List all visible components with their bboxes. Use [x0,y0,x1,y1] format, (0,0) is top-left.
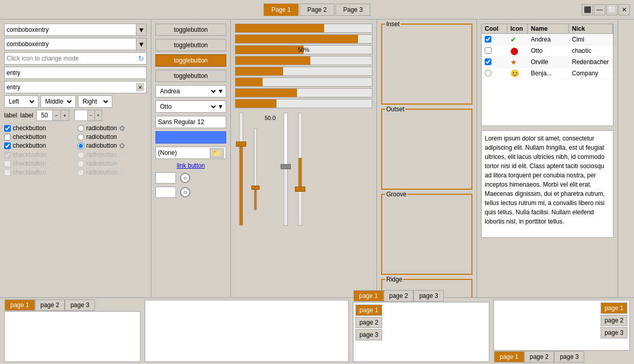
titlebar-tab-3[interactable]: Page 3 [335,4,370,16]
color-bar[interactable] [155,131,226,144]
titlebar-maximize-btn[interactable]: ⬜ [606,4,618,15]
radiobutton-1[interactable]: radiobutton ✿ [77,124,147,132]
nb1-tab-2[interactable]: page 2 [35,299,65,311]
nb3-ltab-2[interactable]: page 2 [355,317,382,328]
cool-checkbox-3[interactable] [485,58,491,65]
switch-toggle-2[interactable]: ○ [180,187,190,197]
vscale-3[interactable] [280,113,292,226]
table-row[interactable]: ✔ Andrea Cimi [482,34,613,45]
combobox1[interactable]: ▼ [4,24,147,36]
checkbox-3[interactable] [4,143,11,149]
text-view[interactable]: Lorem ipsum dolor sit amet, consectetur … [481,130,613,238]
nb3-ltab-3[interactable]: page 3 [355,329,382,340]
dropdown-middle-select[interactable]: MiddleTopBottom [43,97,73,106]
spinbox1-input[interactable] [37,112,52,119]
entry-clear-btn[interactable]: ✕ [136,83,144,91]
scale-spinbox-input[interactable] [75,112,87,119]
table-row[interactable]: 😊 Benja... Company [482,68,613,79]
titlebar-tab-2[interactable]: Page 2 [300,4,334,16]
combo-dropdown-1-select[interactable]: AndreaOttoOrville [158,87,217,95]
entry-mode-input[interactable] [7,55,138,62]
checkbutton-3[interactable]: checkbutton [4,141,73,150]
vscale-4[interactable] [294,113,306,226]
nb1-tab-1[interactable]: page 1 [5,299,35,311]
checkbutton-1[interactable]: checkbutton [4,124,73,132]
checkbox-2[interactable] [4,134,11,140]
cell-icon-2: ⬤ [507,46,528,56]
plain-entry-input[interactable] [7,69,144,76]
dropdown-right[interactable]: RightLeftCenter [78,95,112,108]
dropdown-right-select[interactable]: RightLeftCenter [81,97,110,106]
combo-dropdown-1[interactable]: AndreaOttoOrville ▼ [155,85,226,97]
cool-checkbox-2[interactable] [485,47,491,54]
plain-entry [4,67,147,79]
combobox2-dropdown-btn[interactable]: ▼ [136,38,146,50]
titlebar-minimize-btn[interactable]: — [594,4,605,15]
switch-toggle-1[interactable]: ○ [180,173,190,183]
tree-view[interactable]: Cool Icon Name Nick ✔ Andrea Cimi ⬤ Otto… [481,24,613,126]
radiobutton-2[interactable]: radiobutton [77,133,147,140]
cool-radio-4[interactable] [485,70,491,76]
titlebar-close-btn[interactable]: ✕ [619,4,630,15]
checkbox-1[interactable] [4,125,11,132]
dropdown-row: LeftRightCenter MiddleTopBottom RightLef… [4,95,147,108]
scale-spinbox-minus-btn[interactable]: − [87,110,94,120]
vscale-1[interactable] [235,113,247,226]
combobox1-dropdown-btn[interactable]: ▼ [136,24,146,35]
nb4-btab-1[interactable]: page 1 [494,351,524,362]
entry-clear-input[interactable] [7,84,136,91]
dropdown-left-select[interactable]: LeftRightCenter [7,97,36,106]
notebook-4-right-tabs: page 1 page 2 page 3 [599,300,629,350]
nb3-tab-3[interactable]: page 3 [413,290,444,301]
spinbox1-minus-btn[interactable]: − [52,110,61,120]
vscale-2[interactable] [250,128,261,210]
nb3-ltab-1[interactable]: page 1 [355,305,382,316]
nb4-rtab-2[interactable]: page 2 [601,315,627,326]
toggle-btn-4[interactable]: togglebutton [155,70,226,82]
file-chooser-btn[interactable]: 📁 [210,148,224,158]
radio-3[interactable] [77,143,84,149]
titlebar-icon-btn[interactable]: ⬛ [582,4,593,15]
nb3-tab-1[interactable]: page 1 [353,290,384,301]
frame-groove-label: Groove [385,191,407,198]
scale-spinbox[interactable]: − + [74,110,102,121]
checkbox-6 [4,169,11,176]
table-row[interactable]: ★ Orville Redenbacher [482,56,613,68]
nb3-tab-2[interactable]: page 2 [384,290,414,301]
spinbox1-plus-btn[interactable]: + [61,110,69,120]
table-row[interactable]: ⬤ Otto chaotic [482,45,613,56]
cool-checkbox-1[interactable] [485,36,491,43]
nb1-tab-3[interactable]: page 3 [65,299,95,311]
scale-spinbox-plus-btn[interactable]: + [94,110,102,120]
combo-dropdown-2-select[interactable]: OttoAndrea [158,103,217,111]
combo-dropdown-2[interactable]: OttoAndrea ▼ [155,100,226,113]
titlebar-tab-1[interactable]: Page 1 [264,4,299,16]
nb4-rtab-3[interactable]: page 3 [601,327,627,338]
spinbox1[interactable]: − + [36,110,69,121]
toggle-btn-3[interactable]: togglebutton [155,54,226,67]
nb4-btab-3[interactable]: page 3 [554,351,584,362]
nb4-btab-2[interactable]: page 2 [524,351,554,362]
toggle-btn-1[interactable]: togglebutton [155,24,226,36]
radio-1[interactable] [77,125,84,132]
combobox2[interactable]: ▼ [4,38,147,50]
refresh-icon[interactable]: ↻ [138,54,144,63]
bottom-area: page 1 page 2 page 3 page 1 page 2 page … [0,297,634,364]
spinner-icon-1: ✿ [119,124,125,132]
toggle-btn-2[interactable]: togglebutton [155,39,226,51]
radiobutton-3[interactable]: radiobutton ✿ [77,141,147,150]
dropdown-left[interactable]: LeftRightCenter [4,95,38,108]
cell-cool-1 [482,35,507,44]
combobox2-input[interactable] [5,39,136,49]
radio-4 [77,152,84,158]
radiobutton-3-label: radiobutton [86,142,117,149]
nb4-rtab-1[interactable]: page 1 [601,302,627,314]
switch-label-box-2 [155,187,176,198]
radio-2[interactable] [77,134,84,140]
combobox1-input[interactable] [5,25,136,34]
checkbutton-2[interactable]: checkbutton [4,133,73,140]
link-button[interactable]: link button [155,162,226,169]
font-row[interactable]: Sans Regular 12 [155,116,226,128]
file-chooser: (None) 📁 [155,147,226,159]
dropdown-middle[interactable]: MiddleTopBottom [41,95,76,108]
